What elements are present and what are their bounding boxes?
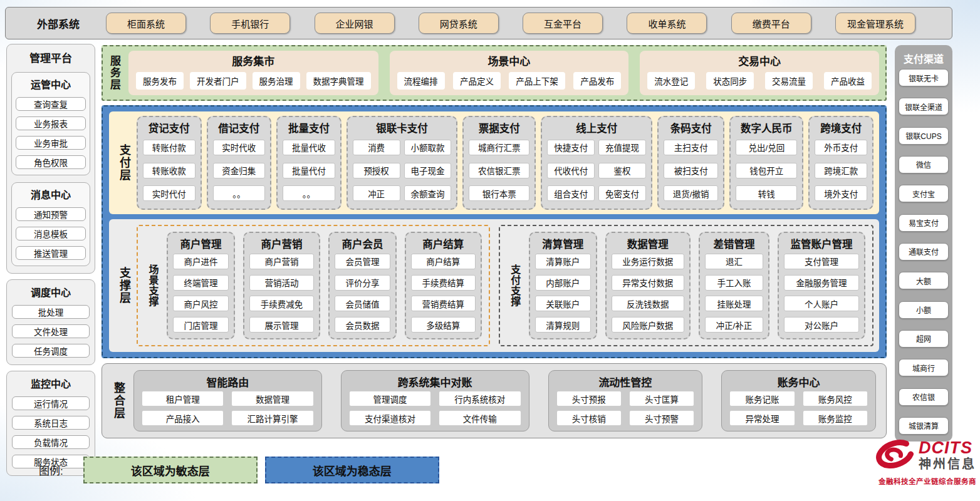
support-group-payment: 支付支撑清算管理清算账户内部账户关联账户清算规则数据管理业务运行数据异常支付数据… xyxy=(499,225,873,346)
support-column-items: 业务运行数据异常支付数据反洗钱数据风险账户数据 xyxy=(612,253,684,333)
management-item: 推送管理 xyxy=(16,246,86,260)
integration-section-items: 头寸预报头寸匡算头寸核销头寸预警 xyxy=(557,391,694,425)
management-item: 文件处理 xyxy=(12,324,90,338)
support-item: 反洗钱数据 xyxy=(612,296,684,311)
support-column-title: 商户营销 xyxy=(249,234,314,253)
service-section-title: 服务集市 xyxy=(136,53,371,68)
management-item: 运行情况 xyxy=(12,396,90,410)
support-column-title: 商户会员 xyxy=(335,234,390,253)
management-group: 调度中心批处理文件处理任务调度 xyxy=(6,279,95,365)
support-item: 挂账处理 xyxy=(705,296,763,311)
support-item: 内部账户 xyxy=(535,275,591,291)
service-item: 流水登记 xyxy=(647,72,695,90)
service-item: 产品定义 xyxy=(453,72,501,90)
management-item: 负载情况 xyxy=(12,435,90,449)
support-item: 会员储值 xyxy=(335,296,390,311)
support-column-items: 商户营销营销活动手续费减免展示管理 xyxy=(249,253,314,333)
support-item: 风险账户数据 xyxy=(612,317,684,333)
integration-section: 账务中心账务记账账务风控异常处理账务监控 xyxy=(721,370,876,431)
payment-column: 线上支付快捷支付充值提现代收代付鉴权组合支付免密支付 xyxy=(541,116,652,210)
integration-item: 数据管理 xyxy=(232,391,313,406)
payment-item: 预授权 xyxy=(353,163,400,178)
external-system-box: 柜面系统 xyxy=(106,13,186,34)
payment-item: 免密支付 xyxy=(598,185,646,201)
support-column: 商户管理商户进件终端管理商户风控门店管理 xyxy=(167,232,235,339)
service-section-items: 流水登记状态同步交易流量产品收益 xyxy=(647,72,872,90)
service-section-title: 场景中心 xyxy=(397,53,622,68)
payment-item: 实时代收 xyxy=(213,140,266,155)
support-item: 商户结算 xyxy=(411,254,476,269)
support-column-title: 清算管理 xyxy=(535,234,591,253)
external-systems-bar: 外部系统 柜面系统手机银行企业网银网贷系统互金平台收单系统缴费平台现金管理系统 xyxy=(5,7,952,39)
payment-channel: 超网 xyxy=(899,330,949,348)
service-section: 交易中心流水登记状态同步交易流量产品收益 xyxy=(640,51,879,95)
support-group-columns: 清算管理清算账户内部账户关联账户清算规则数据管理业务运行数据异常支付数据反洗钱数… xyxy=(529,232,865,339)
integration-item: 头寸预警 xyxy=(630,411,694,425)
support-item: 个人账户 xyxy=(784,296,859,311)
dcits-logo: DCITS 神州信息 金融科技全产业链综合服务商 xyxy=(842,439,976,486)
support-item: 终端管理 xyxy=(173,275,229,291)
payment-item: 银行本票 xyxy=(469,185,529,201)
management-group-title: 调度中心 xyxy=(12,283,90,299)
integration-item: 头寸核销 xyxy=(557,411,621,425)
service-section: 服务集市服务发布开发者门户服务治理数据字典管理 xyxy=(128,51,378,95)
support-item: 评价分享 xyxy=(335,275,390,291)
support-layer-label: 支撑层 xyxy=(115,225,133,346)
service-item: 产品收益 xyxy=(824,72,872,90)
external-systems-list: 柜面系统手机银行企业网银网贷系统互金平台收单系统缴费平台现金管理系统 xyxy=(106,13,915,34)
support-item: 多级结算 xyxy=(411,317,476,333)
payment-item: 。。 xyxy=(283,185,335,201)
support-group-label: 场景支撑 xyxy=(145,232,160,339)
support-column: 商户会员会员管理评价分享会员储值会员数据 xyxy=(328,232,397,339)
payment-item: 代收代付 xyxy=(547,163,595,178)
service-section-items: 流程编排产品定义产品上下架产品发布 xyxy=(397,72,622,90)
payment-item: 跨境汇款 xyxy=(815,163,867,178)
payment-column-items: 主扫支付被扫支付退货/撤销 xyxy=(664,137,718,204)
payment-column: 借记支付实时代收资金归集。。 xyxy=(207,116,272,210)
payment-channel: 通联支付 xyxy=(899,243,949,261)
integration-item: 账务监控 xyxy=(803,411,867,425)
support-column: 清算管理清算账户内部账户关联账户清算规则 xyxy=(529,232,597,339)
payment-column-items: 快捷支付充值提现代收代付鉴权组合支付免密支付 xyxy=(547,137,646,204)
external-system-box: 网贷系统 xyxy=(419,13,499,34)
management-item: 任务调度 xyxy=(12,344,90,358)
integration-section: 智能路由租户管理数据管理产品接入汇路计算引擎 xyxy=(133,370,322,431)
external-systems-label: 外部系统 xyxy=(37,16,80,31)
payment-item: 消费 xyxy=(353,140,400,155)
payment-item: 转账收款 xyxy=(143,163,195,178)
support-item: 门店管理 xyxy=(173,317,229,333)
payment-channel: 银联无卡 xyxy=(899,69,949,86)
payment-column-title: 贷记支付 xyxy=(143,118,195,137)
support-item: 商户风控 xyxy=(173,296,229,311)
payment-column-title: 银联卡支付 xyxy=(353,118,452,137)
support-column-items: 会员管理评价分享会员储值会员数据 xyxy=(335,253,390,333)
integration-section-title: 账务中心 xyxy=(730,372,867,391)
management-group-title: 运管中心 xyxy=(16,75,86,91)
payment-layer-columns: 贷记支付转账付款转账收款实时代付借记支付实时代收资金归集。。批量支付批量代收批量… xyxy=(137,116,873,210)
payment-channel: 城商行 xyxy=(899,359,949,376)
payment-item: 境外支付 xyxy=(815,185,867,201)
payment-channels-title: 支付渠道 xyxy=(899,51,949,66)
legend-label: 图例: xyxy=(39,462,63,478)
support-item: 手工入账 xyxy=(705,275,763,291)
service-item: 交易流量 xyxy=(765,72,813,90)
integration-section: 流动性管控头寸预报头寸匡算头寸核销头寸预警 xyxy=(548,370,703,431)
integration-item: 异常处理 xyxy=(730,411,794,425)
payment-column-title: 线上支付 xyxy=(547,118,646,137)
integration-item: 租户管理 xyxy=(142,391,223,406)
service-item: 状态同步 xyxy=(706,72,754,90)
service-item: 产品发布 xyxy=(573,72,621,90)
payment-channels-list: 银联无卡银联全渠道银联CUPS微信支付宝易宝支付通联支付大额小额超网城商行农信银… xyxy=(899,69,949,435)
support-column: 商户结算商户结算手续费结算营销费结算多级结算 xyxy=(405,232,482,339)
service-item: 流程编排 xyxy=(397,72,445,90)
support-item: 退汇 xyxy=(705,254,763,269)
payment-column-title: 批量支付 xyxy=(283,118,335,137)
external-system-box: 互金平台 xyxy=(523,13,603,34)
support-item: 关联账户 xyxy=(535,296,591,311)
support-column-items: 商户进件终端管理商户风控门店管理 xyxy=(173,253,229,333)
management-item: 角色权限 xyxy=(16,155,86,169)
management-group-title: 消息中心 xyxy=(16,185,86,202)
payment-item: 被扫支付 xyxy=(664,163,718,178)
legend-agile-box: 该区域为敏态层 xyxy=(83,457,258,483)
payment-item: 快捷支付 xyxy=(547,140,595,155)
